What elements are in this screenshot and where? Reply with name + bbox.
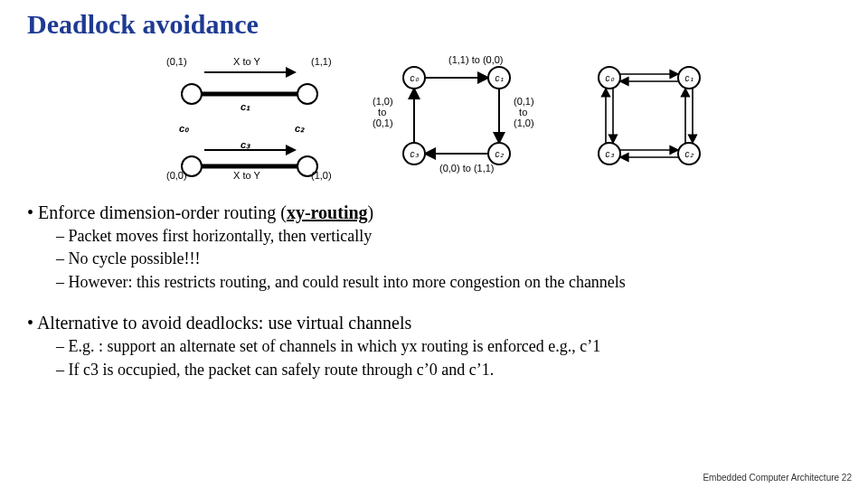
diagram-middle: c₀ c₁ c₂ c₃ (1,1) to (0,0) (1,0) to (0,1… <box>371 52 552 179</box>
diagram-row: (0,1) (1,1) X to Y c₁ c₀ c₂ c₃ X to Y (0… <box>27 52 841 179</box>
bullet-item: • Alternative to avoid deadlocks: use vi… <box>27 311 841 334</box>
channel-label: c₀ <box>179 123 188 135</box>
coord-label: (1,0) <box>311 170 332 181</box>
bullet-list: • Enforce dimension-order routing (xy-ro… <box>27 201 841 380</box>
svg-text:c₃: c₃ <box>606 149 615 159</box>
svg-point-3 <box>297 84 317 104</box>
coord-label: (0,1) <box>166 56 187 67</box>
sub-bullet: – If c3 is occupied, the packet can safe… <box>56 360 841 380</box>
xy-routing: xy-routing <box>287 202 368 222</box>
sub-bullet: – No cycle possible!!! <box>56 249 841 269</box>
coord-label: (0,0) <box>166 170 187 181</box>
bullet-text: ) <box>368 202 374 222</box>
svg-text:c₂: c₂ <box>495 149 505 159</box>
bullet-text: However: this restricts routing, and cou… <box>69 273 626 291</box>
diagram-left: (0,1) (1,1) X to Y c₁ c₀ c₂ c₃ X to Y (0… <box>150 52 340 179</box>
channel-label: c₂ <box>295 123 304 135</box>
sub-bullet: – E.g. : support an alternate set of cha… <box>56 336 841 357</box>
sub-bullet: – Packet moves first horizontally, then … <box>56 226 841 247</box>
svg-text:c₁: c₁ <box>685 73 693 83</box>
slide-footer: Embedded Computer Architecture 22 <box>703 473 852 483</box>
route-label: (0,0) to (1,1) <box>439 163 495 174</box>
channel-label: X to Y <box>233 170 260 181</box>
bullet-text: If c3 is occupied, the packet can safely… <box>69 361 495 379</box>
channel-label: X to Y <box>233 56 260 67</box>
bullet-item: • Enforce dimension-order routing (xy-ro… <box>27 201 841 224</box>
sub-bullet: – However: this restricts routing, and c… <box>56 272 841 293</box>
route-label: (1,0) to (0,1) <box>373 96 393 128</box>
svg-text:c₁: c₁ <box>495 73 504 83</box>
channel-label: c₁ <box>241 101 250 113</box>
bullet-text: Enforce dimension-order routing ( <box>38 202 287 222</box>
svg-text:c₀: c₀ <box>410 73 420 83</box>
bullet-text: Alternative to avoid deadlocks: use virt… <box>37 313 411 333</box>
coord-label: (1,1) <box>311 56 332 67</box>
diagram-right: c₀ c₁ c₂ c₃ <box>582 52 718 179</box>
svg-text:c₂: c₂ <box>685 149 694 159</box>
route-label: (0,1) to (1,0) <box>514 96 534 128</box>
page-title: Deadlock avoidance <box>27 9 841 40</box>
bullet-text: No cycle possible!!! <box>69 249 201 267</box>
channel-label: c₃ <box>241 139 250 151</box>
bullet-text: Packet moves first horizontally, then ve… <box>69 227 373 245</box>
svg-point-2 <box>182 84 202 104</box>
bullet-text: E.g. : support an alternate set of chann… <box>69 337 601 355</box>
svg-text:c₀: c₀ <box>606 73 615 83</box>
svg-text:c₃: c₃ <box>410 149 420 159</box>
route-label: (1,1) to (0,0) <box>448 54 504 65</box>
